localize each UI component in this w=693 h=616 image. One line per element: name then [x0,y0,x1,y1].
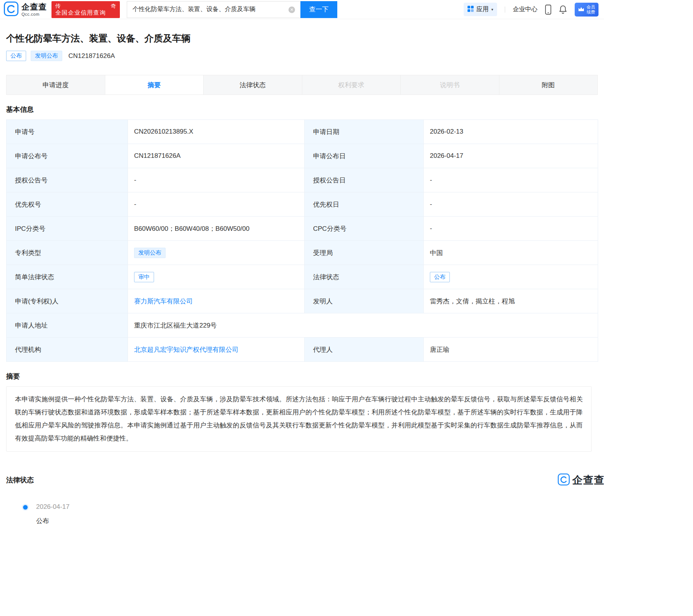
field-label: 简单法律状态 [7,265,128,289]
field-value: 2026-02-13 [424,120,598,144]
tab-claims: 权利要求 [302,75,401,94]
field-value: 北京超凡宏宇知识产权代理有限公司 [128,338,305,362]
mobile-app-icon[interactable] [545,5,551,15]
search-button[interactable]: 查一下 [300,1,337,18]
table-row: 优先权号-优先权日- [7,192,598,217]
field-value: 2026-04-17 [424,144,598,168]
tab-legal-status[interactable]: 法律状态 [204,75,302,94]
qcc-logo[interactable]: 企查查 Qcc.com [4,2,47,18]
vip-label-line1: 会员 [587,5,595,10]
basic-info-heading: 基本信息 [6,105,598,114]
table-row: 申请(专利权)人赛力斯汽车有限公司发明人雷秀杰，文倩，揭立柱，程旭 [7,289,598,313]
page-title: 个性化防晕车方法、装置、设备、介质及车辆 [6,32,598,45]
field-value: CN202610213895.X [128,120,305,144]
field-value: B60W60/00；B60W40/08；B60W50/00 [128,217,305,241]
patent-type-tag: 发明公布 [134,248,166,258]
vip-label-line2: 续费 [587,10,595,15]
ad-text-left: 传 [55,3,61,8]
ad-text-right: 奇 [111,3,116,8]
field-value: 唐正瑜 [424,338,598,362]
simple-legal-status-tag: 审中 [134,272,154,282]
tab-application-progress[interactable]: 申请进度 [7,75,105,94]
tab-bar: 申请进度摘要法律状态权利要求说明书附图 [6,75,598,95]
ad-banner[interactable]: 传 奇 全国企业信用查询 [51,1,120,18]
field-label: 申请号 [7,120,128,144]
topbar: 企查查 Qcc.com 传 奇 全国企业信用查询 ✕ 查一下 [0,0,604,19]
main-content: 个性化防晕车方法、装置、设备、介质及车辆 公布 发明公布 CN121871626… [0,32,604,525]
publication-number: CN121871626A [68,52,115,60]
timeline-dot-icon [23,505,28,510]
crown-icon [578,6,584,13]
field-label: 申请日期 [305,120,424,144]
field-value: - [424,168,598,192]
apps-label: 应用 [476,5,489,13]
tab-figures[interactable]: 附图 [499,75,598,94]
field-label: 申请公布日 [305,144,424,168]
table-row: 简单法律状态审中法律状态公布 [7,265,598,289]
patent-tag-row: 公布 发明公布 CN121871626A [6,51,598,61]
table-row: 申请人地址重庆市江北区福生大道229号 [7,313,598,338]
legal-status-tag: 公布 [430,272,450,282]
search-bar: ✕ 查一下 [127,1,337,18]
field-value: 中国 [424,241,598,265]
timeline-date: 2026-04-17 [36,503,598,511]
qcc-watermark-text: 企查查 [572,473,604,487]
basic-info-table-body: 申请号CN202610213895.X申请日期2026-02-13申请公布号CN… [7,120,598,362]
field-label: 法律状态 [305,265,424,289]
basic-info-table: 申请号CN202610213895.X申请日期2026-02-13申请公布号CN… [6,119,598,362]
chevron-down-icon: ▾ [491,7,493,12]
field-value: 发明公布 [128,241,305,265]
table-row: IPC分类号B60W60/00；B60W40/08；B60W50/00CPC分类… [7,217,598,241]
field-label: CPC分类号 [305,217,424,241]
topbar-right: 应用 ▾ 企业中心 [464,3,598,17]
field-label: 授权公告号 [7,168,128,192]
field-label: 优先权日 [305,192,424,217]
tab-description: 说明书 [401,75,499,94]
table-row: 申请公布号CN121871626A申请公布日2026-04-17 [7,144,598,168]
legal-status-heading: 法律状态 [6,475,34,485]
search-input[interactable] [127,1,300,18]
field-value: CN121871626A [128,144,305,168]
field-value: 公布 [424,265,598,289]
vip-renew-badge[interactable]: 会员 续费 [575,3,598,17]
agency-link[interactable]: 北京超凡宏宇知识产权代理有限公司 [134,346,239,353]
field-label: 申请(专利权)人 [7,289,128,313]
apps-menu[interactable]: 应用 ▾ [464,3,497,16]
qcc-watermark-icon [558,474,570,487]
field-label: 优先权号 [7,192,128,217]
ad-text-bottom: 全国企业信用查询 [55,10,116,16]
logo-subtitle: Qcc.com [22,12,47,17]
page: 企查查 Qcc.com 传 奇 全国企业信用查询 ✕ 查一下 [0,0,604,525]
abstract-heading: 摘要 [6,372,598,381]
field-value: 雷秀杰，文倩，揭立柱，程旭 [424,289,598,313]
legal-status-header: 法律状态 企查查 [6,473,598,487]
timeline-status: 公布 [36,517,598,525]
legal-status-timeline: 2026-04-17公布 [6,503,598,525]
field-value: 重庆市江北区福生大道229号 [128,313,598,338]
table-row: 代理机构北京超凡宏宇知识产权代理有限公司代理人唐正瑜 [7,338,598,362]
field-value: - [128,168,305,192]
field-value: - [424,217,598,241]
field-label: 代理机构 [7,338,128,362]
invention-publication-tag: 发明公布 [31,51,62,61]
field-value: 审中 [128,265,305,289]
apps-grid-icon [468,6,474,13]
qcc-logo-icon [4,2,18,18]
field-label: 代理人 [305,338,424,362]
field-value: - [424,192,598,217]
divider [505,7,505,13]
enterprise-center-link[interactable]: 企业中心 [513,5,537,13]
field-value: - [128,192,305,217]
abstract-text: 本申请实施例提供一种个性化防晕车方法、装置、设备、介质及车辆，涉及防晕车技术领域… [6,386,592,452]
tab-abstract[interactable]: 摘要 [105,75,204,94]
bell-icon[interactable] [559,5,567,14]
table-row: 申请号CN202610213895.X申请日期2026-02-13 [7,120,598,144]
field-label: 发明人 [305,289,424,313]
logo-title: 企查查 [22,3,47,11]
clear-search-icon[interactable]: ✕ [288,7,295,13]
applicant-link[interactable]: 赛力斯汽车有限公司 [134,298,193,305]
field-value: 赛力斯汽车有限公司 [128,289,305,313]
timeline-item: 2026-04-17公布 [23,503,598,525]
table-row: 授权公告号-授权公告日- [7,168,598,192]
table-row: 专利类型发明公布受理局中国 [7,241,598,265]
